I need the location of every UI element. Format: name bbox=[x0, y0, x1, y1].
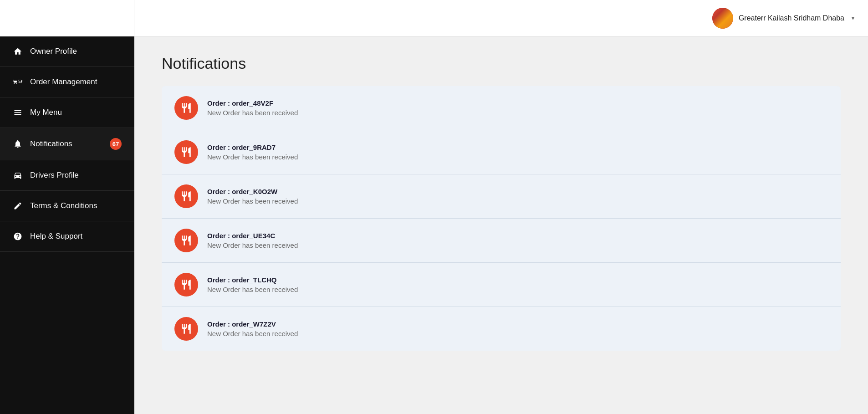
sidebar: Owner Profile Order Management My Menu bbox=[0, 0, 134, 414]
notification-icon-0 bbox=[174, 96, 198, 120]
sidebar-item-notifications-label: Notifications bbox=[30, 139, 102, 148]
notification-item[interactable]: Order : order_UE34C New Order has been r… bbox=[162, 219, 841, 263]
notification-item[interactable]: Order : order_K0O2W New Order has been r… bbox=[162, 174, 841, 219]
page-title: Notifications bbox=[162, 55, 841, 72]
notification-text-5: Order : order_W7Z2V New Order has been r… bbox=[207, 320, 828, 337]
notification-message-4: New Order has been received bbox=[207, 286, 828, 293]
notification-item[interactable]: Order : order_9RAD7 New Order has been r… bbox=[162, 130, 841, 174]
notification-icon-2 bbox=[174, 184, 198, 208]
notification-item[interactable]: Order : order_TLCHQ New Order has been r… bbox=[162, 263, 841, 307]
notification-icon-4 bbox=[174, 273, 198, 296]
sidebar-item-order-management[interactable]: Order Management bbox=[0, 67, 134, 97]
user-name: Greaterr Kailash Sridham Dhaba bbox=[739, 14, 844, 22]
notifications-badge: 67 bbox=[110, 138, 122, 150]
sidebar-item-drivers-profile-label: Drivers Profile bbox=[30, 171, 122, 180]
chevron-down-icon: ▾ bbox=[852, 15, 854, 21]
question-icon bbox=[13, 231, 23, 241]
main-container: Greaterr Kailash Sridham Dhaba ▾ Notific… bbox=[134, 0, 868, 414]
sidebar-item-help-support-label: Help & Support bbox=[30, 232, 122, 241]
home-icon bbox=[13, 46, 23, 56]
cart-icon bbox=[13, 77, 23, 87]
sidebar-item-owner-profile-label: Owner Profile bbox=[30, 47, 122, 56]
avatar-image bbox=[712, 8, 733, 29]
sidebar-item-terms-conditions[interactable]: Terms & Conditions bbox=[0, 191, 134, 221]
notification-order-1: Order : order_9RAD7 bbox=[207, 143, 828, 151]
notification-order-4: Order : order_TLCHQ bbox=[207, 276, 828, 284]
notification-icon-5 bbox=[174, 317, 198, 341]
notification-order-0: Order : order_48V2F bbox=[207, 99, 828, 107]
edit-icon bbox=[13, 201, 23, 211]
notification-text-3: Order : order_UE34C New Order has been r… bbox=[207, 232, 828, 249]
sidebar-item-help-support[interactable]: Help & Support bbox=[0, 221, 134, 252]
notification-order-5: Order : order_W7Z2V bbox=[207, 320, 828, 328]
notification-item[interactable]: Order : order_W7Z2V New Order has been r… bbox=[162, 307, 841, 351]
notification-icon-1 bbox=[174, 140, 198, 164]
user-profile[interactable]: Greaterr Kailash Sridham Dhaba ▾ bbox=[712, 8, 854, 29]
menu-icon bbox=[13, 107, 23, 118]
notification-order-2: Order : order_K0O2W bbox=[207, 188, 828, 195]
sidebar-item-terms-conditions-label: Terms & Conditions bbox=[30, 201, 122, 210]
sidebar-item-my-menu-label: My Menu bbox=[30, 108, 122, 117]
sidebar-item-drivers-profile[interactable]: Drivers Profile bbox=[0, 160, 134, 191]
notification-order-3: Order : order_UE34C bbox=[207, 232, 828, 240]
notification-text-4: Order : order_TLCHQ New Order has been r… bbox=[207, 276, 828, 293]
sidebar-item-my-menu[interactable]: My Menu bbox=[0, 97, 134, 128]
bell-icon bbox=[13, 139, 23, 149]
sidebar-item-order-management-label: Order Management bbox=[30, 77, 122, 87]
sidebar-nav: Owner Profile Order Management My Menu bbox=[0, 36, 134, 414]
notification-message-0: New Order has been received bbox=[207, 109, 828, 117]
notification-item[interactable]: Order : order_48V2F New Order has been r… bbox=[162, 86, 841, 130]
notification-icon-3 bbox=[174, 229, 198, 252]
notifications-list: Order : order_48V2F New Order has been r… bbox=[162, 86, 841, 351]
notification-message-5: New Order has been received bbox=[207, 330, 828, 337]
car-icon bbox=[13, 170, 23, 180]
notification-text-0: Order : order_48V2F New Order has been r… bbox=[207, 99, 828, 117]
notification-message-1: New Order has been received bbox=[207, 153, 828, 161]
sidebar-item-owner-profile[interactable]: Owner Profile bbox=[0, 36, 134, 67]
avatar bbox=[712, 8, 733, 29]
sidebar-logo bbox=[0, 0, 134, 36]
notification-message-2: New Order has been received bbox=[207, 197, 828, 205]
notification-text-1: Order : order_9RAD7 New Order has been r… bbox=[207, 143, 828, 161]
notification-text-2: Order : order_K0O2W New Order has been r… bbox=[207, 188, 828, 205]
top-header: Greaterr Kailash Sridham Dhaba ▾ bbox=[134, 0, 868, 36]
notification-message-3: New Order has been received bbox=[207, 241, 828, 249]
sidebar-item-notifications[interactable]: Notifications 67 bbox=[0, 128, 134, 160]
content-area: Notifications Order : order_48V2F New Or… bbox=[134, 36, 868, 414]
